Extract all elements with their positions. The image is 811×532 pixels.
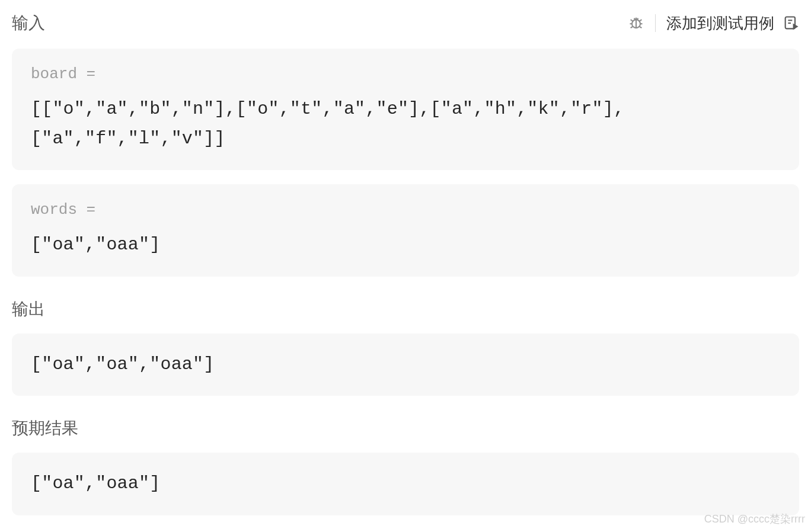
variable-label: words =: [31, 201, 780, 219]
input-block-words: words = ["oa","oaa"]: [12, 184, 799, 277]
variable-value: ["oa","oaa"]: [31, 230, 780, 260]
debug-icon[interactable]: [628, 15, 644, 31]
variable-value: [["o","a","b","n"],["o","t","a","e"],["a…: [31, 95, 780, 153]
output-value: ["oa","oa","oaa"]: [31, 350, 780, 380]
add-testcase-icon: [783, 15, 799, 31]
expected-value: ["oa","oaa"]: [31, 469, 780, 499]
header-actions: 添加到测试用例: [628, 13, 799, 34]
add-testcase-label: 添加到测试用例: [666, 13, 774, 34]
input-header-row: 输入 添加到测试用例: [12, 12, 799, 34]
expected-section-title: 预期结果: [12, 417, 799, 440]
output-block: ["oa","oa","oaa"]: [12, 334, 799, 396]
watermark-text: CSDN @cccc楚染rrrr: [704, 512, 805, 526]
input-block-board: board = [["o","a","b","n"],["o","t","a",…: [12, 49, 799, 170]
expected-block: ["oa","oaa"]: [12, 453, 799, 515]
add-testcase-button[interactable]: 添加到测试用例: [666, 13, 799, 34]
variable-label: board =: [31, 65, 780, 83]
header-divider: [655, 14, 656, 32]
output-section-title: 输出: [12, 298, 799, 321]
input-section-title: 输入: [12, 12, 45, 34]
